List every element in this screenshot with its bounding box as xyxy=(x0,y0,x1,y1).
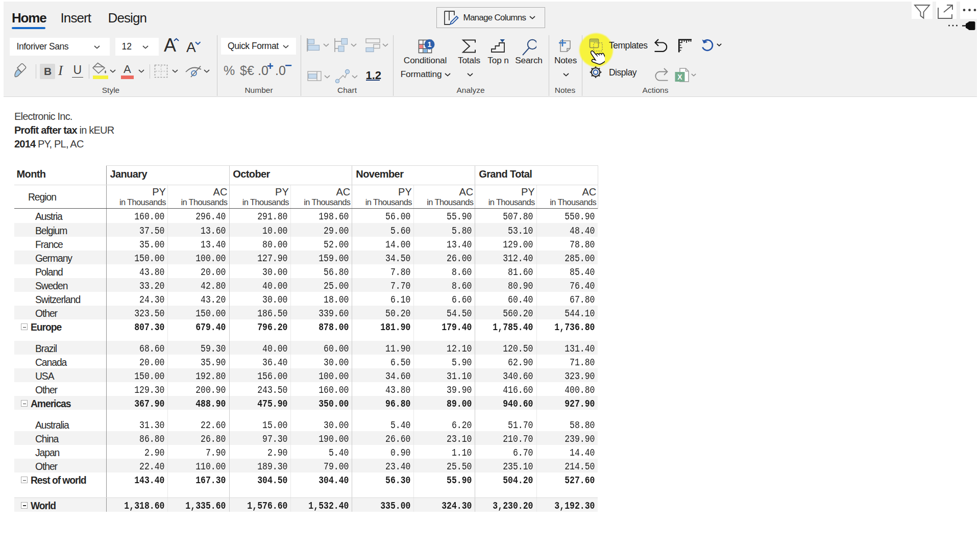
svg-text:1: 1 xyxy=(427,40,431,48)
svg-text:X: X xyxy=(677,73,682,81)
